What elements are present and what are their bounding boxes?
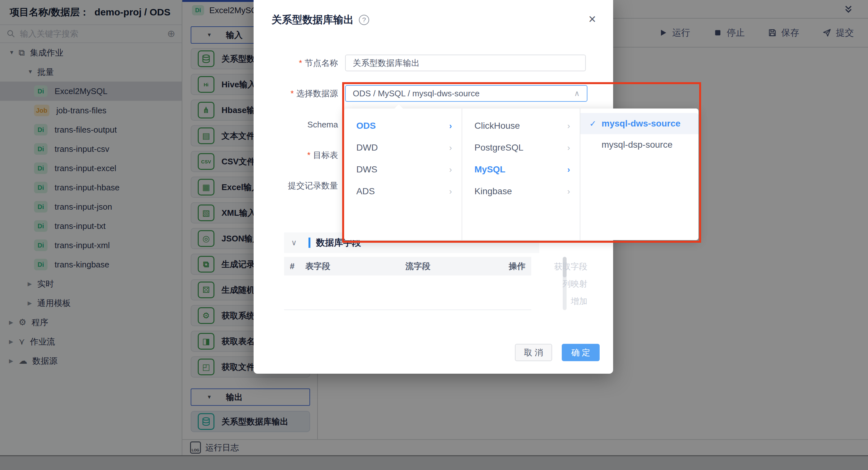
column-header-index: #: [284, 261, 305, 271]
cascader-option-mysql[interactable]: MySQL ›: [462, 159, 580, 181]
chevron-right-icon: ›: [449, 121, 452, 131]
add-row-button[interactable]: 增加: [554, 292, 587, 310]
node-name-label: * 节点名称: [254, 55, 338, 71]
node-name-input[interactable]: [345, 55, 586, 71]
chevron-right-icon: ›: [567, 165, 570, 175]
datasource-cascader-dropdown: ODS › DWD › DWS › ADS › ClickHouse › Pos: [344, 108, 699, 240]
column-header-actions: 操作: [509, 261, 531, 272]
cascader-option-mysql-dsp-source[interactable]: ✓ mysql-dsp-source: [580, 134, 699, 155]
column-mapping-button[interactable]: 列映射: [554, 275, 587, 292]
chevron-right-icon: ›: [449, 143, 452, 153]
app-screen: 项目名称/数据层： demo-proj / ODS ⊕ ▼ ⧉ 集成作业 ▼ 批…: [0, 0, 868, 470]
chevron-down-icon[interactable]: ∨: [291, 238, 297, 247]
required-asterisk: *: [307, 150, 310, 160]
required-asterisk: *: [290, 89, 294, 99]
target-table-label: * 目标表: [254, 147, 338, 163]
cascader-option-clickhouse[interactable]: ClickHouse ›: [462, 115, 580, 137]
cascader-option-postgresql[interactable]: PostgreSQL ›: [462, 137, 580, 159]
cascader-level3-column: ✓ mysql-dws-source ✓ mysql-dsp-source: [580, 108, 699, 240]
cascader-option-dwd[interactable]: DWD ›: [344, 137, 462, 159]
cascader-level2-column: ClickHouse › PostgreSQL › MySQL › Kingba…: [462, 108, 580, 240]
section-accent-bar: [309, 238, 310, 248]
commit-count-label: 提交记录数量: [254, 177, 338, 194]
datasource-select-value: ODS / MySQL / mysql-dws-source: [353, 89, 479, 99]
cascader-option-mysql-dws-source[interactable]: ✓ mysql-dws-source: [580, 113, 699, 134]
help-icon[interactable]: ?: [359, 15, 369, 25]
schema-label: Schema: [254, 116, 338, 133]
table-empty-body: [284, 276, 531, 310]
column-header-table-field: 表字段: [305, 261, 405, 272]
cascader-option-kingbase[interactable]: Kingbase ›: [462, 181, 580, 202]
chevron-right-icon: ›: [567, 187, 570, 196]
cascader-option-dws[interactable]: DWS ›: [344, 159, 462, 181]
datasource-label: * 选择数据源: [254, 85, 338, 102]
table-header-row: # 表字段 流字段 操作: [284, 257, 531, 276]
cascader-option-ods[interactable]: ODS ›: [344, 115, 462, 137]
datasource-select[interactable]: ODS / MySQL / mysql-dws-source ∧: [345, 85, 587, 102]
cascader-option-ads[interactable]: ADS ›: [344, 181, 462, 202]
field-mapping-table: # 表字段 流字段 操作: [284, 257, 531, 310]
check-icon: ✓: [589, 119, 601, 129]
chevron-right-icon: ›: [449, 165, 452, 175]
close-icon[interactable]: ×: [584, 11, 600, 27]
dialog-footer: 取 消 确 定: [515, 344, 600, 361]
cascader-level1-column: ODS › DWD › DWS › ADS ›: [344, 108, 462, 240]
cancel-button[interactable]: 取 消: [515, 344, 552, 361]
chevron-right-icon: ›: [449, 187, 452, 196]
ok-button[interactable]: 确 定: [562, 344, 600, 361]
required-asterisk: *: [299, 58, 302, 68]
chevron-right-icon: ›: [567, 143, 570, 153]
table-side-actions: 获取字段 列映射 增加: [554, 258, 587, 310]
chevron-right-icon: ›: [567, 121, 570, 131]
get-fields-button[interactable]: 获取字段: [554, 258, 587, 275]
dialog-title: 关系型数据库输出: [272, 13, 354, 27]
chevron-up-icon: ∧: [574, 89, 580, 98]
dialog-title-row: 关系型数据库输出 ?: [272, 13, 369, 27]
column-header-stream-field: 流字段: [405, 261, 509, 272]
